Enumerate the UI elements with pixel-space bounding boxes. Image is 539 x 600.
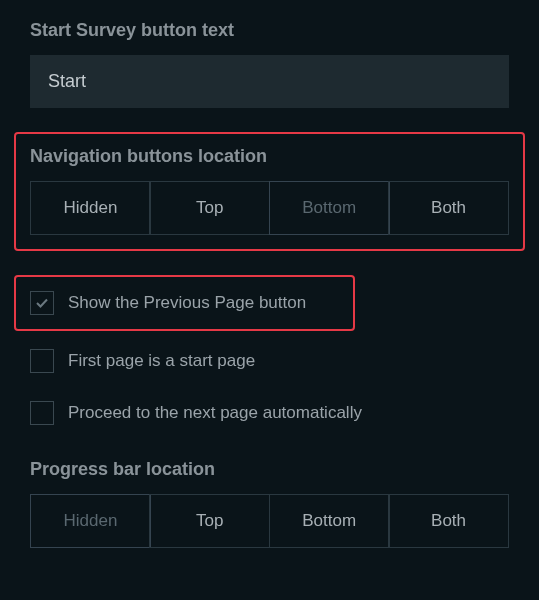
nav-buttons-label: Navigation buttons location bbox=[30, 146, 509, 167]
progress-bar-field: Progress bar location Hidden Top Bottom … bbox=[30, 459, 509, 548]
first-page-start-checkbox[interactable] bbox=[30, 349, 54, 373]
show-previous-checkbox[interactable] bbox=[30, 291, 54, 315]
proceed-auto-checkbox[interactable] bbox=[30, 401, 54, 425]
progress-bar-segment: Hidden Top Bottom Both bbox=[30, 494, 509, 548]
show-previous-highlight: Show the Previous Page button bbox=[14, 275, 355, 331]
nav-buttons-field: Navigation buttons location Hidden Top B… bbox=[14, 132, 525, 251]
proceed-auto-label: Proceed to the next page automatically bbox=[68, 403, 362, 423]
start-text-label: Start Survey button text bbox=[30, 20, 509, 41]
check-icon bbox=[34, 295, 50, 311]
progress-option-hidden[interactable]: Hidden bbox=[30, 494, 151, 548]
progress-option-bottom[interactable]: Bottom bbox=[269, 494, 390, 548]
nav-option-top[interactable]: Top bbox=[149, 181, 270, 235]
nav-buttons-segment: Hidden Top Bottom Both bbox=[30, 181, 509, 235]
progress-option-both[interactable]: Both bbox=[388, 494, 509, 548]
start-text-input[interactable] bbox=[30, 55, 509, 108]
nav-option-hidden[interactable]: Hidden bbox=[30, 181, 151, 235]
show-previous-row[interactable]: Show the Previous Page button bbox=[30, 285, 339, 321]
first-page-start-row[interactable]: First page is a start page bbox=[30, 343, 509, 379]
start-text-field: Start Survey button text bbox=[30, 20, 509, 108]
progress-option-top[interactable]: Top bbox=[149, 494, 270, 548]
checkbox-list: First page is a start page Proceed to th… bbox=[30, 343, 509, 431]
first-page-start-label: First page is a start page bbox=[68, 351, 255, 371]
progress-bar-label: Progress bar location bbox=[30, 459, 509, 480]
show-previous-label: Show the Previous Page button bbox=[68, 293, 306, 313]
nav-option-both[interactable]: Both bbox=[388, 181, 509, 235]
nav-option-bottom[interactable]: Bottom bbox=[269, 181, 390, 235]
proceed-auto-row[interactable]: Proceed to the next page automatically bbox=[30, 395, 509, 431]
